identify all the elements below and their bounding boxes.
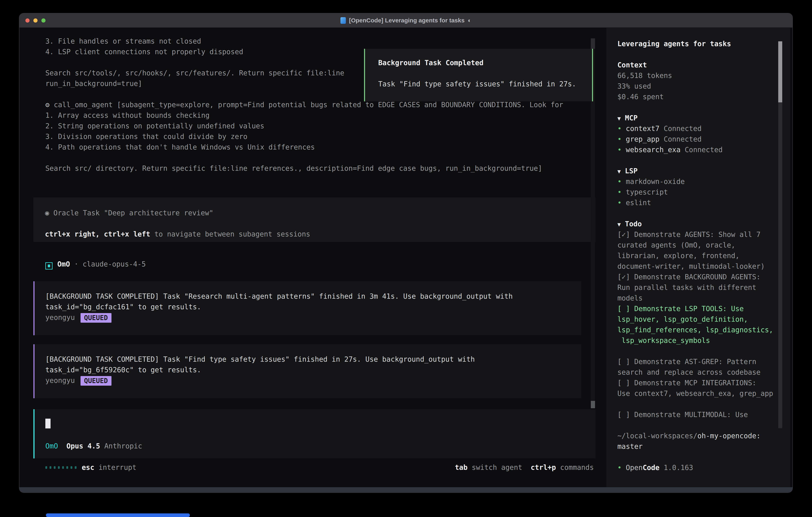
lsp-section-header[interactable]: ▼LSP: [617, 166, 777, 176]
tool-call-text: call_omo_agent [subagent_type=explore, p…: [54, 101, 563, 109]
lsp-name: typescript: [626, 188, 668, 196]
app-name-dim: Open: [626, 464, 643, 472]
checkbox-empty-icon: [ ]: [617, 305, 630, 313]
sidebar-scrollbar-thumb[interactable]: [778, 42, 782, 102]
mcp-item: •grep_appConnected: [617, 134, 777, 144]
mcp-item: •websearch_exaConnected: [617, 144, 777, 155]
opencode-window: [OpenCode] Leveraging agents for tasks ◐…: [19, 13, 793, 493]
mcp-name: websearch_exa: [626, 146, 680, 154]
checkbox-checked-icon: [✓]: [617, 230, 630, 239]
mcp-status: Connected: [664, 125, 702, 133]
context-used: 33% used: [617, 81, 777, 91]
lsp-item: •typescript: [617, 187, 777, 197]
todo-item-done: [✓]Demonstrate BACKGROUND AGENTS: Run pa…: [617, 272, 777, 303]
mcp-name: context7: [626, 125, 660, 133]
username: yeongyu: [46, 314, 75, 322]
output-line: 1. Array access without bounds checking: [46, 110, 593, 121]
task-message-line: task_id="bg_6f59260c" to get results.: [46, 365, 581, 375]
context-tokens: 66,518 tokens: [617, 71, 777, 81]
todo-section-header[interactable]: ▼Todo: [617, 219, 777, 229]
gear-icon: ⚙: [46, 101, 50, 109]
task-message-meta: yeongyuQUEUED: [46, 312, 581, 323]
repo-name: oh-my-opencode:: [697, 432, 760, 440]
lsp-item: •markdown-oxide: [617, 176, 777, 187]
tab-key-hint: tab: [455, 462, 467, 473]
tab-key-label: switch agent: [472, 462, 522, 473]
output-line: Search src/ directory. Return specific f…: [46, 163, 593, 174]
record-icon: ◉: [45, 209, 49, 217]
task-message-line: [BACKGROUND TASK COMPLETED] Task "Resear…: [46, 291, 581, 302]
prompt-input[interactable]: OmO Opus 4.5 Anthropic: [33, 409, 596, 458]
active-model-name: Opus 4.5: [66, 442, 100, 450]
blank-line: [617, 155, 777, 166]
task-message-line: task_id="bg_dcfac161" to get results.: [46, 302, 581, 312]
checkbox-empty-icon: [ ]: [617, 411, 630, 419]
active-agent-name: OmO: [46, 442, 58, 450]
text-cursor: [46, 419, 51, 429]
shortcut-keys: ctrl+x right, ctrl+x left: [45, 230, 150, 238]
username: yeongyu: [46, 377, 75, 384]
separator-dot: ·: [74, 260, 78, 268]
spinner-icon: [46, 466, 77, 469]
output-line: 2. String operations on potentially unde…: [46, 121, 593, 131]
todo-item-done: [✓]Demonstrate AGENTS: Show all 7 curate…: [617, 229, 777, 272]
blank-line: [617, 102, 777, 113]
lsp-name: markdown-oxide: [626, 178, 685, 186]
chevron-down-icon: ▼: [617, 221, 621, 228]
status-dot-icon: •: [617, 199, 621, 207]
checkbox-empty-icon: [ ]: [617, 358, 630, 366]
mcp-item: •context7Connected: [617, 124, 777, 134]
session-sidebar: Leveraging agents for tasks Context 66,5…: [606, 27, 790, 488]
provider-name: Anthropic: [104, 442, 142, 450]
task-message-meta: yeongyuQUEUED: [46, 375, 581, 386]
desktop: [OpenCode] Leveraging agents for tasks ◐…: [0, 0, 812, 517]
commands-key-hint: ctrl+p: [531, 462, 556, 473]
output-line: 3. File handles or streams not closed: [46, 36, 593, 47]
mcp-section-header[interactable]: ▼MCP: [617, 113, 777, 124]
esc-key-label: interrupt: [98, 462, 137, 473]
session-progress-icon: ◐: [468, 17, 471, 24]
window-title-area: [OpenCode] Leveraging agents for tasks ◐: [19, 13, 792, 27]
checkbox-checked-icon: [✓]: [617, 273, 630, 281]
app-version: •OpenCode1.0.163: [617, 462, 777, 473]
lsp-name: eslint: [626, 199, 651, 207]
status-dot-icon: •: [617, 188, 621, 196]
notification-title: Background Task Completed: [378, 58, 592, 68]
todo-item-open: [ ]Demonstrate AST-GREP: Pattern search …: [617, 356, 777, 378]
blank-line: [617, 452, 777, 462]
status-dot-icon: •: [617, 146, 621, 154]
status-dot-icon: •: [617, 125, 621, 133]
output-line: 3. Division operations that could divide…: [46, 131, 593, 142]
blank-line: [617, 49, 777, 60]
oracle-task-title: ◉ Oracle Task "Deep architecture review": [45, 208, 596, 218]
esc-key-hint: esc: [82, 462, 94, 473]
output-line: 4. Path operations that don't handle Win…: [46, 142, 593, 153]
status-badge: QUEUED: [81, 313, 112, 323]
blank-line: [45, 218, 596, 229]
context-heading: Context: [617, 60, 777, 71]
titlebar[interactable]: [OpenCode] Leveraging agents for tasks ◐: [19, 13, 792, 28]
agent-icon: [46, 262, 53, 270]
status-dot-icon: •: [617, 464, 621, 472]
toast-notification[interactable]: Background Task Completed Task "Find typ…: [364, 49, 593, 101]
mcp-name: grep_app: [626, 135, 660, 143]
status-badge: QUEUED: [81, 376, 112, 386]
blank-line: [617, 208, 777, 219]
shortcut-label: to navigate between subagent sessions: [150, 230, 310, 238]
lsp-item: •eslint: [617, 197, 777, 208]
checkbox-empty-icon: [ ]: [617, 379, 630, 387]
main-scrollbar-thumb[interactable]: [591, 38, 595, 49]
todo-item-active: [ ]Demonstrate LSP TOOLS: Use lsp_hover,…: [617, 303, 777, 346]
todo-item-open: [ ]Demonstrate MULTIMODAL: Use: [617, 409, 777, 420]
task-message-line: [BACKGROUND TASK COMPLETED] Task "Find t…: [46, 354, 581, 365]
context-spent: $0.46 spent: [617, 91, 777, 102]
mcp-status: Connected: [685, 146, 723, 154]
model-info-row: OmO Opus 4.5 Anthropic: [46, 441, 142, 452]
chevron-down-icon: ▼: [617, 168, 621, 175]
window-bottom-edge: [19, 487, 792, 492]
blank-line: [46, 153, 593, 163]
document-icon: [341, 17, 346, 24]
status-bar: esc interrupt tab switch agent ctrl+p co…: [46, 462, 594, 473]
main-scrollbar-thumb-bottom[interactable]: [591, 401, 595, 408]
branch-name: master: [617, 441, 777, 452]
